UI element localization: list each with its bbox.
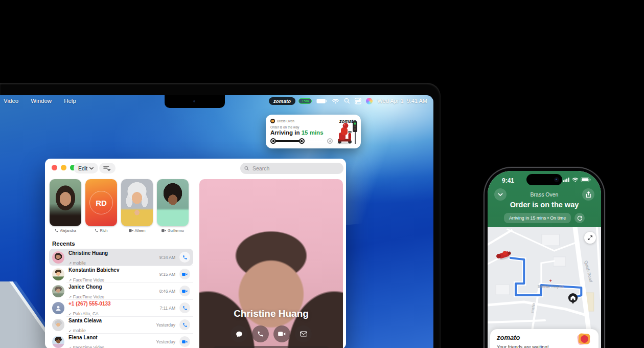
- call-sub-label: ↙ FaceTime Video: [68, 345, 104, 348]
- video-call-button[interactable]: [179, 336, 190, 347]
- control-center-icon[interactable]: [355, 98, 361, 104]
- dialpad-button[interactable]: [227, 165, 234, 172]
- expand-map-button[interactable]: [584, 232, 596, 244]
- home-step-icon: [327, 138, 333, 144]
- avatar: [52, 285, 64, 297]
- search-icon[interactable]: [344, 98, 350, 104]
- recent-row-christine[interactable]: Christine Huang ↗ mobile 9:34 AM: [49, 249, 193, 266]
- recent-row-janice[interactable]: Janice Chong ↗ FaceTime Video 8:46 AM: [49, 282, 193, 299]
- menu-bar-status: zomato 15m Wed Apr 1 9:41 AM: [269, 95, 427, 106]
- person-icon: [55, 304, 62, 312]
- battery-icon[interactable]: [316, 98, 327, 104]
- refresh-icon: [577, 215, 583, 221]
- eta-pill: Arriving in 15 mins • On time: [504, 213, 571, 223]
- minimize-button[interactable]: [61, 165, 66, 170]
- favorite-card-guillermo[interactable]: [157, 179, 189, 226]
- recents-heading: Recents: [52, 241, 75, 247]
- phone-icon: [257, 331, 264, 337]
- menu-bar-clock[interactable]: Wed Apr 1 9:41 AM: [377, 98, 427, 104]
- facetime-window: Edit RD: [45, 159, 346, 348]
- delivery-rider-illustration: [336, 120, 359, 147]
- menu-help[interactable]: Help: [64, 98, 76, 104]
- delivery-timer-badge[interactable]: 15m: [298, 98, 312, 104]
- favorite-label: Aileen: [121, 228, 153, 233]
- favorite-card-alejandra[interactable]: [50, 179, 81, 226]
- siri-icon[interactable]: [366, 98, 373, 104]
- zomato-menubar-pill[interactable]: zomato: [269, 97, 295, 105]
- favorite-name: Aileen: [135, 228, 146, 233]
- favorite-name: Rich: [100, 228, 107, 233]
- delivery-map[interactable]: Qutab Road + Sarthak hospital sneha: [488, 227, 601, 329]
- favorite-label: Guillermo: [157, 228, 189, 233]
- envelope-icon: [300, 331, 307, 337]
- window-titlebar[interactable]: Edit: [45, 159, 346, 178]
- search-icon: [244, 166, 249, 171]
- video-call-button[interactable]: [273, 325, 290, 342]
- video-call-button[interactable]: [179, 269, 190, 279]
- expand-icon: [587, 235, 593, 241]
- video-icon: [129, 229, 133, 232]
- video-icon: [162, 229, 166, 232]
- menu-window[interactable]: Window: [31, 98, 52, 104]
- call-type: FaceTime Video: [73, 345, 104, 348]
- dynamic-island: [526, 174, 562, 185]
- call-preview-pane: Christine Huang: [199, 179, 343, 348]
- progress-segment-done: [276, 140, 299, 142]
- recent-row-elena[interactable]: Elena Lanot ↙ FaceTime Video Yesterday: [49, 333, 193, 348]
- phone-icon: [55, 229, 58, 232]
- recent-row-santa[interactable]: Santa Cielava ↙ mobile Yesterday: [49, 316, 193, 333]
- contact-name: +1 (267) 555-0133: [68, 301, 111, 307]
- call-direction-icon: ↙: [68, 345, 72, 348]
- search-field[interactable]: [240, 163, 343, 174]
- macbook-bezel: Video Window Help zomato 15m: [0, 83, 441, 348]
- call-preview-name: Christine Huang: [199, 308, 343, 319]
- arriving-prefix: Arriving in: [270, 129, 302, 136]
- call-button[interactable]: [179, 319, 190, 330]
- filter-button[interactable]: [99, 163, 116, 173]
- recent-row-konstantin[interactable]: Konstantin Babichev ↗ FaceTime Video 9:1…: [49, 266, 193, 282]
- eta-row: Arriving in 15 mins • On time: [488, 213, 601, 223]
- favorite-card-rich[interactable]: RD: [85, 179, 117, 226]
- status-bar-time: 9:41: [502, 177, 514, 184]
- order-status-title: Order is on the way: [488, 201, 601, 209]
- edit-button[interactable]: Edit: [74, 163, 98, 173]
- favorites-row: RD: [50, 179, 189, 226]
- restaurant-step-icon: [270, 138, 276, 144]
- camera-lens-icon: [554, 177, 559, 182]
- search-input[interactable]: [251, 165, 339, 172]
- mail-button[interactable]: [295, 325, 312, 342]
- display-notch: [165, 95, 225, 108]
- recents-list: Christine Huang ↗ mobile 9:34 AM Konstan…: [49, 249, 193, 348]
- call-time: 9:34 AM: [159, 255, 175, 260]
- avatar: [52, 319, 64, 331]
- call-button[interactable]: [179, 302, 190, 313]
- chat-bubble-icon: [236, 331, 243, 338]
- call-button[interactable]: [179, 252, 190, 263]
- battery-icon: [581, 177, 591, 182]
- wifi-icon[interactable]: [332, 98, 339, 104]
- zomato-bottom-card[interactable]: zomato Your friends are waiting!: [490, 329, 599, 348]
- contact-name: Konstantin Babichev: [68, 267, 119, 273]
- zomato-live-activity-card[interactable]: Brass Oven zomato Order is on the way Ar…: [266, 115, 361, 148]
- menu-video[interactable]: Video: [4, 98, 18, 104]
- call-controls-bar[interactable]: [213, 346, 330, 348]
- share-button[interactable]: [582, 188, 594, 201]
- restaurant-logo-icon: [270, 119, 275, 123]
- hospital-label: Sarthak hospital: [538, 285, 564, 289]
- camera-dot-icon: [193, 100, 195, 102]
- message-button[interactable]: [231, 325, 247, 342]
- iphone: 9:41 Brass Oven Order is on the way Arri…: [484, 167, 605, 348]
- call-button[interactable]: [252, 325, 269, 342]
- video-call-button[interactable]: [179, 286, 190, 296]
- favorite-name: Guillermo: [168, 228, 184, 233]
- refresh-button[interactable]: [574, 213, 585, 223]
- menu-items: Video Window Help: [0, 98, 76, 104]
- favorite-card-aileen[interactable]: [121, 179, 153, 226]
- rider-step-icon: [299, 138, 305, 144]
- delivery-progress-track: [270, 138, 333, 144]
- facetime-body: RD Alejandra Rich A: [45, 179, 346, 348]
- arriving-minutes: 15 mins: [302, 129, 324, 136]
- close-button[interactable]: [52, 165, 57, 170]
- recent-row-unknown-number[interactable]: +1 (267) 555-0133 ↙ Palo Alto, CA 7:11 A…: [49, 299, 193, 316]
- order-tracking-header: 9:41 Brass Oven Order is on the way Arri…: [488, 171, 601, 227]
